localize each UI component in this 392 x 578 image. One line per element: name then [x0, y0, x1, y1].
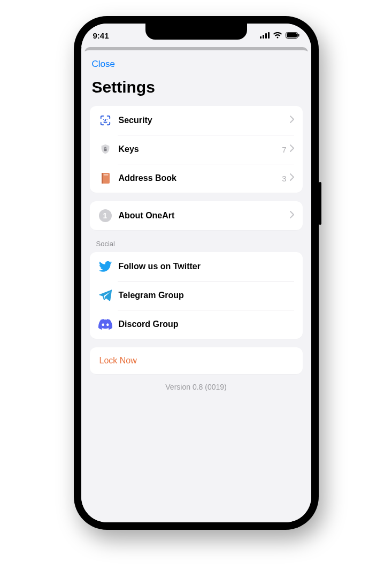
settings-sheet: Close Settings [81, 50, 311, 522]
svg-rect-1 [263, 35, 264, 39]
settings-item-address-book[interactable]: Address Book 3 [90, 164, 303, 193]
device-side-button [319, 182, 321, 225]
social-item-discord[interactable]: Discord Group [90, 310, 303, 339]
wifi-icon [273, 32, 282, 39]
device-frame: 9:41 Close Setti [74, 16, 319, 530]
chevron-right-icon [290, 211, 294, 220]
social-item-label: Discord Group [119, 320, 294, 329]
section-header-social: Social [96, 240, 296, 248]
version-label: Version 0.8 (0019) [81, 383, 311, 391]
address-book-icon [98, 171, 112, 185]
svg-rect-9 [104, 149, 106, 151]
settings-item-value: 7 [282, 145, 286, 154]
about-icon: 1 [98, 209, 112, 223]
settings-item-value: 3 [282, 174, 286, 183]
chevron-right-icon [290, 116, 294, 125]
lock-now-label: Lock Now [99, 356, 137, 366]
chevron-right-icon [290, 173, 294, 183]
lock-group: Lock Now [90, 347, 303, 374]
settings-item-label: About OneArt [119, 211, 290, 220]
svg-rect-6 [298, 34, 299, 37]
svg-rect-5 [287, 33, 297, 37]
social-item-twitter[interactable]: Follow us on Twitter [90, 252, 303, 281]
status-time: 9:41 [93, 31, 109, 40]
discord-icon [98, 317, 112, 331]
settings-item-about[interactable]: 1 About OneArt [90, 201, 303, 230]
settings-item-label: Address Book [119, 173, 282, 183]
close-button[interactable]: Close [92, 59, 115, 70]
settings-item-security[interactable]: Security [90, 106, 303, 135]
telegram-icon [98, 288, 112, 302]
svg-rect-2 [265, 33, 267, 39]
social-item-label: Follow us on Twitter [119, 262, 294, 271]
social-item-label: Telegram Group [119, 291, 294, 300]
settings-about-group: 1 About OneArt [90, 201, 303, 230]
settings-item-label: Security [119, 116, 290, 125]
svg-point-7 [103, 119, 104, 120]
cellular-icon [260, 32, 270, 39]
notch [145, 24, 247, 40]
faceid-icon [98, 113, 112, 127]
settings-social-group: Follow us on Twitter Telegram Group [90, 252, 303, 339]
shield-lock-icon [98, 142, 112, 156]
page-title: Settings [92, 78, 301, 96]
lock-now-button[interactable]: Lock Now [90, 347, 303, 374]
svg-rect-12 [103, 174, 108, 176]
battery-icon [286, 32, 299, 39]
settings-item-keys[interactable]: Keys 7 [90, 135, 303, 164]
settings-item-label: Keys [119, 144, 282, 154]
chevron-right-icon [290, 144, 294, 154]
social-item-telegram[interactable]: Telegram Group [90, 281, 303, 310]
svg-point-8 [106, 119, 107, 120]
screen: 9:41 Close Setti [81, 24, 311, 522]
settings-main-group: Security [90, 106, 303, 193]
twitter-icon [98, 260, 112, 273]
svg-rect-0 [260, 36, 262, 39]
svg-rect-3 [268, 32, 270, 39]
svg-rect-11 [102, 173, 103, 184]
